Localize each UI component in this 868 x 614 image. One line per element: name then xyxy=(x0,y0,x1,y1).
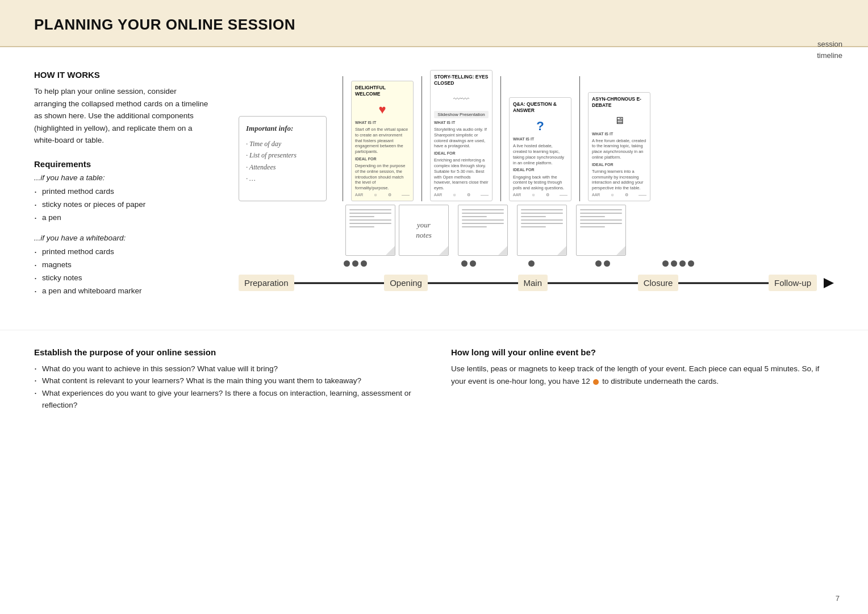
divider-line xyxy=(500,76,501,201)
opening-dots xyxy=(344,260,461,267)
your-notes-card: yournotes xyxy=(399,205,449,256)
card-ideal-label: IDEAL FOR xyxy=(434,151,489,156)
card-what-body: Start off on the virtual space to create… xyxy=(355,127,410,155)
left-column: HOW IT WORKS To help plan your online se… xyxy=(34,70,210,307)
card-footer: AAR☺⚙—— xyxy=(513,193,567,197)
if-table-label: ...if you have a table: xyxy=(34,173,210,182)
lined-note-3 xyxy=(517,205,567,256)
divider-line xyxy=(343,76,343,201)
card-what-is-it: WHAT IS IT xyxy=(592,131,646,136)
phase-label-main: Main xyxy=(518,275,548,291)
main-dots-left xyxy=(461,260,528,267)
establish-item: What content is relevant to your learner… xyxy=(34,375,417,387)
phases-row: Preparation Opening Main Closure Follow-… xyxy=(239,272,834,294)
divider-line xyxy=(422,76,422,201)
card-what-body: Storytelling via audio only. If Sharepoi… xyxy=(434,127,489,149)
info-card: Important info: · Time of day · List of … xyxy=(239,116,327,201)
if-whiteboard-list: printed method cards magnets sticky note… xyxy=(34,246,210,298)
dot xyxy=(344,260,350,267)
list-item: printed method cards xyxy=(34,246,210,259)
card-ideal-body: Depending on the purpose of the online s… xyxy=(355,163,410,191)
phase-label-closure: Closure xyxy=(638,275,679,291)
how-long-title: How long will your online event be? xyxy=(451,347,834,357)
card-what-is-it: WHAT IS IT xyxy=(513,136,567,142)
dot xyxy=(688,260,694,267)
if-whiteboard-label: ...if you have a whiteboard: xyxy=(34,234,210,242)
lentil-icon xyxy=(593,379,599,385)
lower-right: How long will your online event be? Use … xyxy=(451,347,834,412)
list-item: magnets xyxy=(34,259,210,272)
info-card-area: Important info: · Time of day · List of … xyxy=(239,116,327,201)
requirements-title: Requirements xyxy=(34,159,210,169)
phase-label-followup: Follow-up xyxy=(769,275,817,291)
your-notes-text: yournotes xyxy=(416,220,431,240)
lower-content: Establish the purpose of your online ses… xyxy=(0,330,868,429)
phase-label-preparation: Preparation xyxy=(239,275,294,291)
page-title: PLANNING YOUR ONLINE SESSION xyxy=(34,16,834,34)
list-item: a pen xyxy=(34,211,210,225)
card-ideal-label: IDEAL FOR xyxy=(355,156,410,161)
content-area: HOW IT WORKS To help plan your online se… xyxy=(0,47,868,324)
card-title: DELIGHTFUL WELCOME xyxy=(355,85,410,97)
phases-labels: Preparation Opening Main Closure Follow-… xyxy=(239,275,817,291)
how-it-works-body: To help plan your online session, consid… xyxy=(34,85,210,147)
dot xyxy=(352,260,358,267)
info-item-4: · … xyxy=(246,173,319,184)
card-what-is-it: WHAT IS IT xyxy=(355,120,410,125)
notes-row: yournotes xyxy=(239,205,834,256)
header: PLANNING YOUR ONLINE SESSION xyxy=(0,0,868,47)
wave-icon: 〰〰 xyxy=(453,91,469,107)
card-footer: AAR☺⚙—— xyxy=(434,193,489,197)
dot xyxy=(679,260,686,267)
lined-note-2 xyxy=(458,205,508,256)
main-dots-right xyxy=(528,260,595,267)
info-item-1: · Time of day xyxy=(246,138,319,150)
info-item-3: · Attendees xyxy=(246,161,319,173)
page: PLANNING YOUR ONLINE SESSION HOW IT WORK… xyxy=(0,0,868,614)
card-ideal-label: IDEAL FOR xyxy=(592,162,646,167)
opening-phase-cards: DELIGHTFUL WELCOME ♥ WHAT IS IT Start of… xyxy=(349,81,416,201)
method-card-storytelling: STORY-TELLING: EYES CLOSED 〰〰 Slideshow … xyxy=(430,70,493,201)
dots-row xyxy=(239,260,834,267)
method-card-delightful-welcome: DELIGHTFUL WELCOME ♥ WHAT IS IT Start of… xyxy=(351,81,414,201)
dot xyxy=(662,260,669,267)
opening-notes: yournotes xyxy=(338,205,450,256)
lined-note-4 xyxy=(576,205,626,256)
list-item: sticky notes xyxy=(34,272,210,285)
dot xyxy=(595,260,602,267)
card-ideal-body: Turning learners into a community by inc… xyxy=(592,169,646,191)
divider-line xyxy=(579,76,580,201)
how-it-works-title: HOW IT WORKS xyxy=(34,70,210,80)
card-what-body: A live hosted debate, created to learnin… xyxy=(513,143,567,165)
dot xyxy=(604,260,610,267)
dot xyxy=(671,260,677,267)
info-card-title: Important info: xyxy=(246,122,319,135)
lined-note-1 xyxy=(345,205,395,256)
card-what-is-it: WHAT IS IT xyxy=(434,120,489,125)
phase-label-opening: Opening xyxy=(384,275,428,291)
card-title: STORY-TELLING: EYES CLOSED xyxy=(434,74,489,86)
question-icon: ? xyxy=(532,118,548,134)
card-title: Q&A: QUESTION & ANSWER xyxy=(513,101,567,114)
heart-icon: ♥ xyxy=(374,102,390,118)
timeline-diagram: Important info: · Time of day · List of … xyxy=(239,70,834,307)
card-label: Slideshow Presentation xyxy=(434,111,489,118)
session-timeline-label: session timeline xyxy=(817,39,842,61)
lower-left: Establish the purpose of your online ses… xyxy=(34,347,417,412)
method-cards-row: Important info: · Time of day · List of … xyxy=(239,70,834,201)
establish-title: Establish the purpose of your online ses… xyxy=(34,347,417,357)
establish-list: What do you want to achieve in this sess… xyxy=(34,363,417,412)
if-table-list: printed method cards sticky notes or pie… xyxy=(34,185,210,225)
page-number: 7 xyxy=(836,594,840,603)
card-title: ASYN-CHRONOUS E-DEBATE xyxy=(592,96,646,109)
method-card-qa: Q&A: QUESTION & ANSWER ? WHAT IS IT A li… xyxy=(509,97,571,201)
card-ideal-body: Enriching and reinforcing a complex idea… xyxy=(434,157,489,191)
arrow-right-icon xyxy=(824,278,834,288)
info-item-2: · List of presenters xyxy=(246,150,319,161)
monitor-icon: 🖥 xyxy=(611,113,627,129)
list-item: sticky notes or pieces of paper xyxy=(34,198,210,211)
card-footer: AAR☺⚙—— xyxy=(592,193,646,197)
establish-item: What do you want to achieve in this sess… xyxy=(34,363,417,375)
dot xyxy=(528,260,535,267)
card-ideal-label: IDEAL FOR xyxy=(513,167,567,172)
